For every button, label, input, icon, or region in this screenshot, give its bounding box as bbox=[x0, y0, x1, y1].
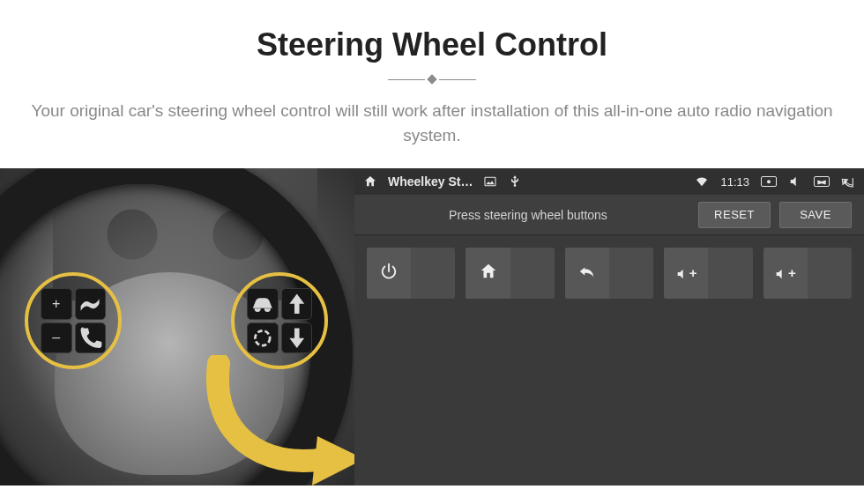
undo-icon bbox=[577, 262, 597, 285]
cast-icon[interactable] bbox=[761, 176, 777, 187]
wheel-left-cluster: + – bbox=[25, 272, 122, 369]
app-title: Wheelkey St… bbox=[388, 174, 473, 189]
svg-point-2 bbox=[767, 180, 771, 183]
reset-button[interactable]: RESET bbox=[698, 202, 771, 228]
page-title: Steering Wheel Control bbox=[0, 26, 864, 63]
usb-icon bbox=[508, 174, 522, 189]
save-button[interactable]: SAVE bbox=[779, 202, 852, 228]
home-icon[interactable] bbox=[363, 174, 377, 189]
plus-icon: + bbox=[41, 288, 72, 320]
mode-icon bbox=[247, 288, 279, 320]
close-box-icon[interactable] bbox=[814, 176, 830, 187]
volume-up-icon: + bbox=[675, 265, 697, 281]
home-key[interactable] bbox=[466, 248, 554, 299]
toolbar-hint: Press steering wheel buttons bbox=[367, 208, 689, 222]
up-icon bbox=[281, 288, 313, 320]
back-icon[interactable] bbox=[841, 174, 855, 189]
toolbar: Press steering wheel buttons RESET SAVE bbox=[354, 195, 864, 235]
mute-icon[interactable] bbox=[788, 174, 802, 189]
wifi-icon bbox=[695, 174, 709, 189]
volup-key-1[interactable]: + bbox=[664, 248, 752, 299]
power-key[interactable] bbox=[367, 248, 455, 299]
phone-icon bbox=[75, 322, 107, 354]
gallery-icon bbox=[483, 174, 497, 189]
power-icon bbox=[379, 262, 398, 285]
head-unit-screen: Wheelkey St… 11:13 bbox=[354, 168, 864, 485]
wheel-right-cluster bbox=[231, 272, 328, 369]
minus-icon: – bbox=[41, 322, 72, 354]
voice-icon bbox=[75, 288, 107, 320]
svg-point-0 bbox=[255, 330, 270, 345]
status-bar: Wheelkey St… 11:13 bbox=[354, 168, 864, 195]
volup-key-2[interactable]: + bbox=[763, 248, 852, 299]
circle-icon bbox=[247, 322, 279, 354]
clock: 11:13 bbox=[720, 175, 749, 189]
down-icon bbox=[281, 322, 313, 354]
page-subtitle: Your original car's steering wheel contr… bbox=[26, 99, 838, 147]
title-divider bbox=[0, 76, 864, 83]
volume-up-icon: + bbox=[774, 265, 796, 281]
key-grid: + + bbox=[354, 235, 864, 311]
steering-wheel-photo: + – bbox=[0, 168, 354, 485]
back-key[interactable] bbox=[565, 248, 653, 299]
content-row: + – bbox=[0, 168, 864, 485]
home-icon bbox=[479, 262, 498, 285]
